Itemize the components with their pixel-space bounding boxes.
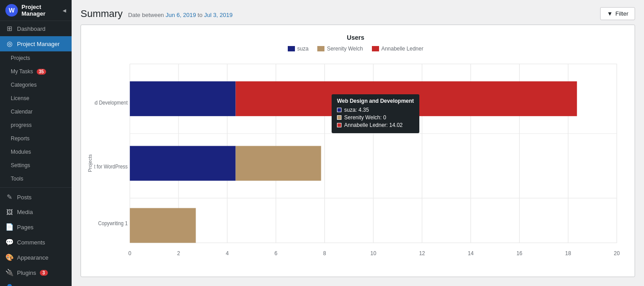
sidebar-item-project-manager[interactable]: ◎ Project Manager xyxy=(0,36,72,51)
chart-container: Users suza Serenity Welch Annabelle Ledn… xyxy=(81,25,635,277)
sidebar-item-pages[interactable]: 📄 Pages xyxy=(0,219,72,235)
filter-button[interactable]: ▼ Filter xyxy=(600,7,635,20)
x-label-12: 12 xyxy=(419,250,425,257)
legend-label-suza: suza xyxy=(297,46,308,52)
my-tasks-badge: 35 xyxy=(37,69,46,75)
sidebar-item-comments[interactable]: 💬 Comments xyxy=(0,235,72,250)
y-axis-label: Projects xyxy=(85,59,94,268)
plugins-icon: 🔌 xyxy=(5,269,13,277)
sidebar-item-label-categories: Categories xyxy=(11,82,37,88)
chart-svg-wrapper: Projects xyxy=(85,59,626,268)
bar-suza-web-design xyxy=(130,81,235,116)
users-icon: 👤 xyxy=(5,284,13,286)
bar-serenity-copywriting xyxy=(130,208,196,243)
x-label-4: 4 xyxy=(226,250,229,257)
sidebar-item-label-comments: Comments xyxy=(17,239,45,246)
sidebar-logo-icon: W xyxy=(5,4,18,17)
main-content: Summary Date between Jun 6, 2019 to Jul … xyxy=(72,0,644,286)
x-label-8: 8 xyxy=(323,250,326,257)
date-prefix: Date between xyxy=(128,12,164,18)
sidebar-arrow-icon: ◀ xyxy=(63,8,66,13)
sidebar-item-label-my-tasks: My Tasks xyxy=(11,68,33,75)
sidebar-item-plugins[interactable]: 🔌 Plugins 3 xyxy=(0,265,72,280)
sidebar-item-label-progress: progress xyxy=(11,122,32,128)
sidebar-item-reports[interactable]: Reports xyxy=(0,132,72,145)
legend-color-annabelle xyxy=(372,46,379,51)
comments-icon: 💬 xyxy=(5,238,13,246)
menu-separator-1 xyxy=(0,187,72,188)
x-label-10: 10 xyxy=(371,250,376,257)
bar-theme-dev xyxy=(130,146,321,181)
date-from-link[interactable]: Jun 6, 2019 xyxy=(166,12,196,18)
bar-copywriting xyxy=(130,208,196,243)
chart-legend: suza Serenity Welch Annabelle Ledner xyxy=(85,46,626,52)
x-label-20: 20 xyxy=(614,250,620,257)
sidebar-item-label-dashboard: Dashboard xyxy=(17,25,46,32)
sidebar-item-my-tasks[interactable]: My Tasks 35 xyxy=(0,65,72,78)
bar-serenity-theme-dev xyxy=(236,146,321,181)
bar-web-design xyxy=(130,81,577,116)
sidebar-item-label-pm: Project Manager xyxy=(17,41,60,47)
sidebar-item-settings[interactable]: Settings xyxy=(0,159,72,172)
legend-color-suza xyxy=(288,46,295,51)
page-header-left: Summary Date between Jun 6, 2019 to Jul … xyxy=(81,8,233,20)
y-label-copywriting: Copywriting 1 xyxy=(98,221,128,227)
chart-svg: 0 2 4 6 8 10 12 14 16 18 20 Web De xyxy=(94,59,626,268)
sidebar-item-label-license: License xyxy=(11,95,29,101)
sidebar-item-projects[interactable]: Projects xyxy=(0,51,72,65)
x-label-6: 6 xyxy=(274,250,277,257)
legend-label-annabelle: Annabelle Ledner xyxy=(381,46,423,52)
plugins-badge: 3 xyxy=(40,270,48,276)
date-to-link[interactable]: Jul 3, 2019 xyxy=(204,12,233,18)
chart-svg-area: 0 2 4 6 8 10 12 14 16 18 20 Web De xyxy=(94,59,626,268)
x-label-0: 0 xyxy=(128,250,132,257)
x-label-14: 14 xyxy=(468,250,473,257)
filter-icon: ▼ xyxy=(607,10,613,17)
x-label-18: 18 xyxy=(565,250,571,257)
legend-item-serenity: Serenity Welch xyxy=(317,46,363,52)
page-header: Summary Date between Jun 6, 2019 to Jul … xyxy=(72,0,644,25)
posts-icon: ✎ xyxy=(5,193,13,201)
sidebar-item-label-appearance: Appearance xyxy=(17,254,48,261)
sidebar-item-progress[interactable]: progress xyxy=(0,118,72,132)
legend-item-suza: suza xyxy=(288,46,308,52)
sidebar-menu: ⊞ Dashboard ◎ Project Manager Projects M… xyxy=(0,21,72,286)
x-label-2: 2 xyxy=(177,250,180,257)
sidebar-item-label-posts: Posts xyxy=(17,194,32,201)
sidebar-item-tools[interactable]: Tools xyxy=(0,172,72,185)
sidebar-item-calendar[interactable]: Calendar xyxy=(0,105,72,118)
appearance-icon: 🎨 xyxy=(5,253,13,261)
y-axis-labels: Web Design and Development Theme Develop… xyxy=(94,100,128,227)
sidebar-title: Project Manager xyxy=(21,4,59,17)
sidebar-header: W Project Manager ◀ xyxy=(0,0,72,21)
legend-item-annabelle: Annabelle Ledner xyxy=(372,46,423,52)
legend-label-serenity: Serenity Welch xyxy=(327,46,363,52)
sidebar-item-modules[interactable]: Modules xyxy=(0,145,72,159)
bar-annabelle-web-design xyxy=(236,81,577,116)
page-date: Date between Jun 6, 2019 to Jul 3, 2019 xyxy=(128,12,233,18)
sidebar: W Project Manager ◀ ⊞ Dashboard ◎ Projec… xyxy=(0,0,72,286)
sidebar-item-dashboard[interactable]: ⊞ Dashboard xyxy=(0,21,72,36)
sidebar-item-label-calendar: Calendar xyxy=(11,109,33,115)
sidebar-item-appearance[interactable]: 🎨 Appearance xyxy=(0,250,72,265)
legend-color-serenity xyxy=(317,46,324,51)
sidebar-item-license[interactable]: License xyxy=(0,92,72,105)
sidebar-item-label-reports: Reports xyxy=(11,135,30,142)
filter-label: Filter xyxy=(615,10,628,17)
media-icon: 🖼 xyxy=(5,208,13,216)
date-to-label: to xyxy=(198,12,204,18)
sidebar-item-posts[interactable]: ✎ Posts xyxy=(0,189,72,205)
sidebar-item-label-tools: Tools xyxy=(11,176,23,182)
chart-title: Users xyxy=(85,34,626,41)
sidebar-item-label-modules: Modules xyxy=(11,149,31,155)
sidebar-item-categories[interactable]: Categories xyxy=(0,78,72,92)
sidebar-item-media[interactable]: 🖼 Media xyxy=(0,205,72,219)
x-label-16: 16 xyxy=(516,250,522,257)
sidebar-item-label-plugins: Plugins xyxy=(17,269,36,276)
pages-icon: 📄 xyxy=(5,223,13,231)
y-label-theme-dev: Theme Development for WordPress xyxy=(94,164,128,169)
sidebar-item-users[interactable]: 👤 Users xyxy=(0,280,72,286)
dashboard-icon: ⊞ xyxy=(5,25,13,33)
sidebar-item-label-pages: Pages xyxy=(17,224,34,231)
sidebar-item-label-media: Media xyxy=(17,209,33,215)
